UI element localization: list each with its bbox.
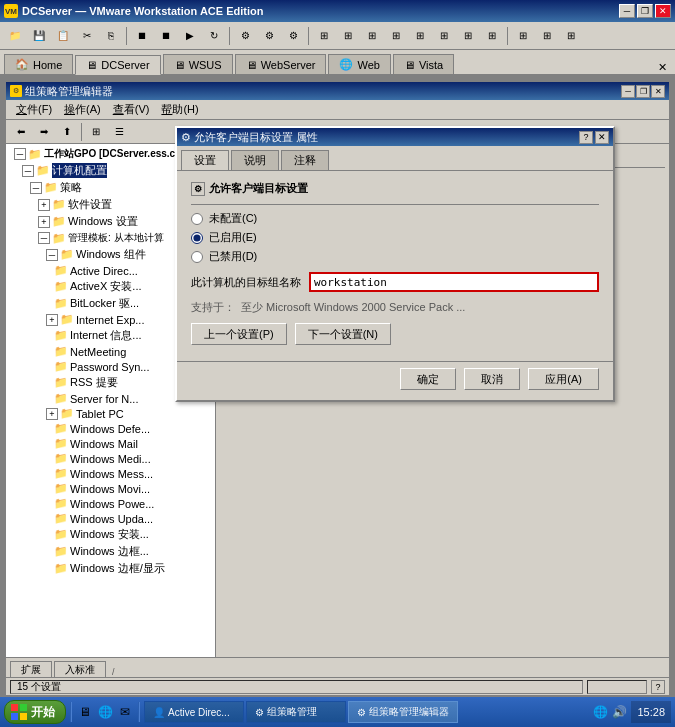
main-toolbar: 📁 💾 📋 ✂ ⎘ ⏹ ⏹ ▶ ↻ ⚙ ⚙ ⚙ ⊞ ⊞ ⊞ ⊞ ⊞ ⊞ ⊞ ⊞ … — [0, 22, 675, 50]
apply-button[interactable]: 应用(A) — [528, 368, 599, 390]
taskbar-active-dir-icon: 👤 — [153, 707, 165, 718]
properties-dialog: ⚙ 允许客户端目标设置 属性 ? ✕ 设置 说明 — [175, 126, 615, 402]
clock-time: 15:28 — [637, 706, 665, 718]
toolbar-btn-18[interactable]: ⊞ — [433, 25, 455, 47]
ql-show-desktop[interactable]: 🖥 — [76, 703, 94, 721]
svg-rect-3 — [20, 713, 27, 720]
webserver-icon: 🖥 — [246, 59, 257, 71]
ok-button[interactable]: 确定 — [400, 368, 456, 390]
tab-vista[interactable]: 🖥 Vista — [393, 54, 454, 74]
toolbar-btn-13[interactable]: ⊞ — [313, 25, 335, 47]
toolbar-btn-7[interactable]: ⏹ — [155, 25, 177, 47]
next-setting-button[interactable]: 下一个设置(N) — [295, 323, 391, 345]
toolbar-btn-1[interactable]: 📁 — [4, 25, 26, 47]
dialog-title-text: ⚙ 允许客户端目标设置 属性 — [181, 130, 318, 145]
radio-unconfigured-input[interactable] — [191, 213, 203, 225]
close-button[interactable]: ✕ — [655, 4, 671, 18]
tab-close-btn[interactable]: ✕ — [658, 61, 671, 74]
toolbar-btn-2[interactable]: 💾 — [28, 25, 50, 47]
tab-dcserver-label: DCServer — [101, 59, 149, 71]
toolbar-btn-9[interactable]: ↻ — [203, 25, 225, 47]
tab-home[interactable]: 🏠 Home — [4, 54, 73, 74]
toolbar-btn-19[interactable]: ⊞ — [457, 25, 479, 47]
minimize-button[interactable]: ─ — [619, 4, 635, 18]
start-button[interactable]: 开始 — [4, 700, 66, 724]
taskbar-item-group-policy[interactable]: ⚙ 组策略管理 — [246, 701, 346, 723]
dialog-tab-settings-label: 设置 — [194, 153, 216, 168]
radio-disabled-label: 已禁用(D) — [209, 249, 257, 264]
nav-buttons: 上一个设置(P) 下一个设置(N) — [191, 323, 599, 345]
radio-enabled-input[interactable] — [191, 232, 203, 244]
ql-ie-icon[interactable]: 🌐 — [96, 703, 114, 721]
ql-sep-2 — [138, 702, 140, 722]
support-text: 至少 Microsoft Windows 2000 Service Pack .… — [241, 300, 465, 315]
dialog-tab-notes[interactable]: 注释 — [281, 150, 329, 170]
taskbar-active-dir-label: Active Direc... — [168, 707, 230, 718]
ql-mail-icon[interactable]: ✉ — [116, 703, 134, 721]
toolbar-btn-3[interactable]: 📋 — [52, 25, 74, 47]
tab-webserver[interactable]: 🖥 WebServer — [235, 54, 327, 74]
vista-icon: 🖥 — [404, 59, 415, 71]
toolbar-sep-1 — [126, 27, 127, 45]
taskbar-item-gpe[interactable]: ⚙ 组策略管理编辑器 — [348, 701, 458, 723]
toolbar-btn-6[interactable]: ⏹ — [131, 25, 153, 47]
toolbar-btn-21[interactable]: ⊞ — [512, 25, 534, 47]
svg-rect-2 — [11, 713, 18, 720]
taskbar: 开始 🖥 🌐 ✉ 👤 Active Direc... ⚙ 组策略管理 ⚙ 组策略… — [0, 697, 675, 727]
tab-dcserver[interactable]: 🖥 DCServer — [75, 55, 160, 75]
toolbar-btn-4[interactable]: ✂ — [76, 25, 98, 47]
title-bar-text: VM DCServer — VMware Workstation ACE Edi… — [4, 4, 263, 18]
tab-home-label: Home — [33, 59, 62, 71]
toolbar-btn-22[interactable]: ⊞ — [536, 25, 558, 47]
apply-label: 应用(A) — [545, 373, 582, 385]
dialog-tab-explain-label: 说明 — [244, 153, 266, 168]
taskbar-gpe-icon: ⚙ — [357, 707, 366, 718]
tab-vista-label: Vista — [419, 59, 443, 71]
radio-unconfigured[interactable]: 未配置(C) — [191, 211, 599, 226]
dcserver-icon: 🖥 — [86, 59, 97, 71]
radio-enabled[interactable]: 已启用(E) — [191, 230, 599, 245]
quick-launch: 🖥 🌐 ✉ — [68, 702, 142, 722]
cancel-button[interactable]: 取消 — [464, 368, 520, 390]
dialog-title-label: 允许客户端目标设置 属性 — [194, 130, 318, 145]
dialog-tab-explain[interactable]: 说明 — [231, 150, 279, 170]
taskbar-gpe-label: 组策略管理编辑器 — [369, 705, 449, 719]
toolbar-btn-23[interactable]: ⊞ — [560, 25, 582, 47]
dialog-help-btn[interactable]: ? — [579, 131, 593, 144]
toolbar-btn-20[interactable]: ⊞ — [481, 25, 503, 47]
dialog-tab-settings[interactable]: 设置 — [181, 150, 229, 170]
toolbar-btn-12[interactable]: ⚙ — [282, 25, 304, 47]
toolbar-btn-17[interactable]: ⊞ — [409, 25, 431, 47]
target-group-input[interactable] — [309, 272, 599, 292]
tab-web[interactable]: 🌐 Web — [328, 54, 390, 74]
window-title: DCServer — VMware Workstation ACE Editio… — [22, 5, 263, 17]
toolbar-btn-5[interactable]: ⎘ — [100, 25, 122, 47]
toolbar-btn-11[interactable]: ⚙ — [258, 25, 280, 47]
dialog-tab-notes-label: 注释 — [294, 153, 316, 168]
web-icon: 🌐 — [339, 58, 353, 71]
toolbar-btn-8[interactable]: ▶ — [179, 25, 201, 47]
toolbar-btn-16[interactable]: ⊞ — [385, 25, 407, 47]
dialog-support: 支持于： 至少 Microsoft Windows 2000 Service P… — [191, 300, 599, 315]
toolbar-btn-14[interactable]: ⊞ — [337, 25, 359, 47]
home-icon: 🏠 — [15, 58, 29, 71]
toolbar-btn-15[interactable]: ⊞ — [361, 25, 383, 47]
restore-button[interactable]: ❐ — [637, 4, 653, 18]
next-setting-label: 下一个设置(N) — [308, 328, 378, 340]
tab-wsus-label: WSUS — [189, 59, 222, 71]
tab-wsus[interactable]: 🖥 WSUS — [163, 54, 233, 74]
tab-web-label: Web — [357, 59, 379, 71]
dialog-section-title: ⚙ 允许客户端目标设置 — [191, 181, 599, 196]
radio-disabled-input[interactable] — [191, 251, 203, 263]
taskbar-item-active-dir[interactable]: 👤 Active Direc... — [144, 701, 244, 723]
ql-sep-1 — [70, 702, 72, 722]
radio-disabled[interactable]: 已禁用(D) — [191, 249, 599, 264]
dialog-action-buttons: 确定 取消 应用(A) — [177, 361, 613, 400]
svg-rect-1 — [20, 704, 27, 711]
prev-setting-label: 上一个设置(P) — [204, 328, 274, 340]
dialog-title-icon: ⚙ — [181, 131, 191, 144]
section-title-text: 允许客户端目标设置 — [209, 181, 308, 196]
dialog-close-btn[interactable]: ✕ — [595, 131, 609, 144]
prev-setting-button[interactable]: 上一个设置(P) — [191, 323, 287, 345]
toolbar-btn-10[interactable]: ⚙ — [234, 25, 256, 47]
